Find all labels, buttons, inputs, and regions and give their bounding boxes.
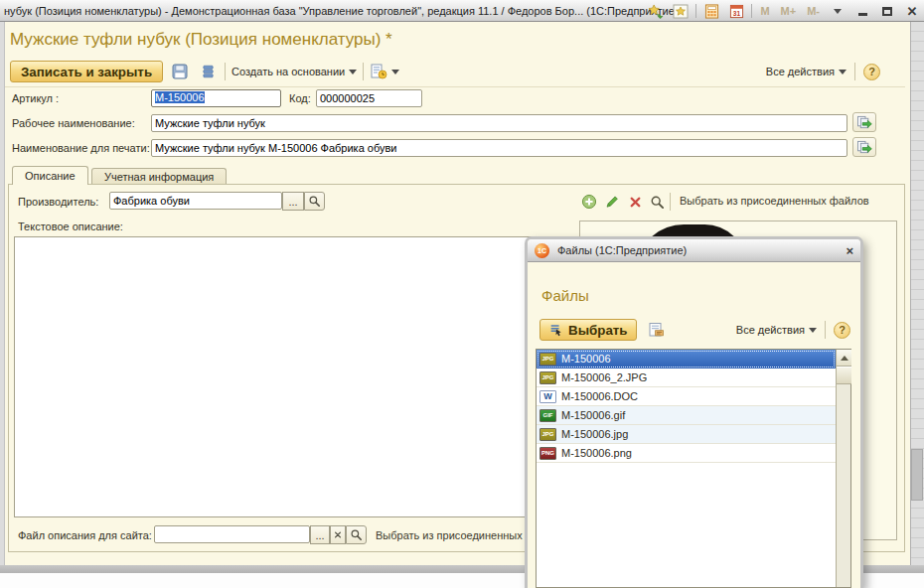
manufacturer-ellipsis-button[interactable]: ...: [282, 192, 304, 211]
file-row[interactable]: WM-150006.DOC: [537, 387, 836, 406]
select-file-button[interactable]: Выбрать: [539, 319, 637, 341]
dialog-toolbar: Выбрать Все действия ?: [539, 319, 850, 341]
file-list: JPGM-150006JPGM-150006_2.JPGWM-150006.DO…: [536, 349, 851, 588]
file-name: M-150006: [561, 353, 611, 365]
dialog-titlebar[interactable]: 1С Файлы (1С:Предприятие) ×: [528, 239, 860, 262]
file-row[interactable]: PNGM-150006.png: [537, 444, 836, 463]
select-list-icon: [548, 323, 563, 337]
manufacturer-input[interactable]: [109, 192, 282, 210]
file-name: M-150006.jpg: [561, 428, 628, 440]
create-based-on-label: Создать на основании: [231, 66, 345, 77]
dialog-close-button[interactable]: ×: [846, 243, 853, 258]
file-name: M-150006_2.JPG: [561, 371, 647, 383]
maximize-button[interactable]: [877, 2, 897, 20]
memory-m-plus-button[interactable]: M+: [778, 5, 800, 17]
manufacturer-label: Производитель:: [18, 196, 98, 208]
jpg-file-icon: JPG: [539, 428, 556, 441]
tab-accounting-info[interactable]: Учетная информация: [91, 168, 227, 185]
up-arrow-icon: [841, 356, 848, 361]
edit-pencil-icon: [604, 194, 620, 210]
window-scrollbar-thumb[interactable]: [911, 449, 923, 501]
select-attached-files-link[interactable]: Выбрать из присоединенных файлов: [680, 195, 869, 207]
scrollbar-thumb[interactable]: [837, 367, 851, 384]
create-based-on-button[interactable]: Создать на основании: [231, 66, 357, 77]
toolbar-divider: [5, 86, 905, 87]
file-name: M-150006.DOC: [561, 390, 638, 402]
all-actions-button[interactable]: Все действия: [766, 66, 847, 77]
text-description-label: Текстовое описание:: [18, 220, 123, 232]
file-list-scrollbar[interactable]: [836, 350, 850, 587]
file-list-rows: JPGM-150006JPGM-150006_2.JPGWM-150006.DO…: [537, 350, 836, 587]
search-icon: [650, 195, 665, 210]
delete-image-button[interactable]: [624, 192, 646, 212]
work-name-label: Рабочее наименование:: [12, 117, 135, 129]
open-work-name-button[interactable]: [852, 112, 876, 132]
titlebar-separator: [751, 4, 752, 18]
page-actions: Все действия ?: [766, 63, 880, 80]
article-value: M-150006: [155, 91, 205, 103]
select-file-label: Выбрать: [568, 323, 628, 338]
screen: нубук (Позиция номенклатуры) - Демонстра…: [0, 0, 924, 588]
dialog-all-actions-button[interactable]: Все действия: [736, 324, 817, 336]
toolbar-separator: [854, 63, 855, 80]
tab-label: Учетная информация: [104, 171, 214, 183]
dialog-help-button[interactable]: ?: [834, 322, 850, 339]
code-input[interactable]: [316, 89, 422, 107]
chevron-down-icon: [809, 328, 817, 333]
page-title: Мужские туфли нубук (Позиция номенклатур…: [10, 30, 392, 50]
search-icon: [308, 195, 321, 208]
tab-label: Описание: [25, 170, 76, 182]
open-print-name-button[interactable]: [852, 137, 876, 157]
save-icon[interactable]: [169, 62, 191, 81]
site-file-search-button[interactable]: [346, 525, 367, 544]
dialog-title: Файлы (1С:Предприятие): [557, 244, 687, 256]
open-file-card-button[interactable]: [645, 320, 667, 340]
edit-image-button[interactable]: [601, 192, 623, 212]
all-actions-label: Все действия: [766, 66, 835, 77]
file-card-icon: [647, 322, 665, 338]
manufacturer-search-button[interactable]: [304, 192, 325, 211]
file-row[interactable]: JPGM-150006.jpg: [537, 425, 836, 444]
add-image-button[interactable]: [578, 192, 600, 212]
file-row[interactable]: GIFM-150006.gif: [537, 406, 836, 425]
scroll-up-button[interactable]: [837, 350, 851, 367]
jpg-file-icon: JPG: [539, 353, 556, 366]
close-button[interactable]: ✕: [902, 2, 922, 20]
calendar-icon[interactable]: 31: [726, 2, 746, 20]
reread-list-icon[interactable]: [197, 62, 219, 81]
toolbar-separator: [670, 193, 671, 211]
tab-description[interactable]: Описание: [12, 166, 88, 185]
help-button[interactable]: ?: [863, 64, 880, 80]
site-file-clear-button[interactable]: [330, 525, 346, 544]
memory-m-minus-button[interactable]: M-: [804, 5, 823, 17]
calculator-icon[interactable]: [701, 2, 721, 20]
file-row[interactable]: JPGM-150006_2.JPG: [537, 368, 836, 387]
png-file-icon: PNG: [539, 447, 556, 460]
add-to-favorites-icon[interactable]: [646, 2, 666, 20]
svg-text:31: 31: [733, 9, 741, 16]
favorites-icon[interactable]: [671, 2, 691, 20]
search-image-button[interactable]: [646, 192, 668, 212]
open-arrow-icon: [856, 140, 873, 155]
site-file-ellipsis-button[interactable]: ...: [310, 525, 330, 544]
window-left-edge: [0, 22, 5, 565]
doc-file-icon: W: [539, 390, 556, 403]
add-icon: [581, 194, 597, 210]
chevron-down-icon[interactable]: [828, 2, 847, 20]
work-name-input[interactable]: [151, 114, 847, 132]
file-name: M-150006.gif: [561, 409, 625, 421]
print-name-input[interactable]: [151, 139, 847, 157]
text-description-area[interactable]: [14, 236, 567, 517]
site-file-input[interactable]: [154, 525, 310, 543]
code-label: Код:: [289, 92, 311, 104]
file-name: M-150006.png: [561, 447, 632, 459]
save-and-close-button[interactable]: Записать и закрыть: [10, 61, 163, 82]
minimize-button[interactable]: [852, 2, 872, 20]
document-clock-icon: [370, 64, 387, 79]
file-row[interactable]: JPGM-150006: [537, 350, 836, 368]
chevron-down-icon: [391, 70, 399, 74]
memory-m-button[interactable]: M: [757, 5, 772, 17]
article-input[interactable]: M-150006: [151, 89, 281, 107]
toolbar-separator: [363, 63, 364, 80]
reports-menu-button[interactable]: [370, 64, 399, 79]
